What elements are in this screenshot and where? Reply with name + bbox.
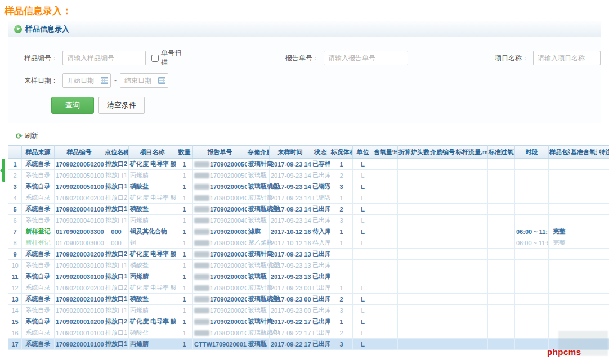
cell-oox	[488, 327, 515, 339]
cell-source: 系统自录	[22, 192, 55, 204]
table-row[interactable]: 3系统自录170902000501002排放口1磷酸盐11709020005CN…	[8, 181, 609, 192]
cell-oox	[488, 159, 515, 170]
cell-period	[515, 294, 549, 305]
cell-point: 排放口1	[104, 181, 129, 192]
panel-header: 样品信息录入	[8, 21, 601, 37]
sample-no-input[interactable]	[62, 51, 146, 65]
table-row[interactable]: 13系统自录170902000201002排放口1磷酸盐11709020002C…	[8, 294, 609, 305]
cell-pack: 完整	[549, 237, 570, 249]
refresh-link[interactable]: 刷新	[25, 131, 38, 141]
cell-n: 10	[8, 260, 22, 271]
date-end-input[interactable]	[120, 73, 168, 88]
cell-o2	[373, 260, 398, 271]
cell-flow	[455, 282, 488, 294]
table-row[interactable]: 17系统自录170902000101001排放口1丙烯腈1CTTW1709020…	[8, 339, 609, 350]
results-table-wrap: 样品来源样品编号点位名称项目名称数量报告单号存储介质来样时间状态标况体积单位含氧…	[8, 145, 601, 350]
cell-time: 2017-09-22 17:31	[270, 339, 311, 350]
cell-vol: 3	[330, 181, 353, 192]
cell-flow	[455, 316, 488, 327]
cell-time: 2017-09-23 00:24	[270, 305, 311, 316]
clear-conditions-button[interactable]: 清空条件	[98, 97, 145, 114]
censored-blur	[194, 229, 209, 235]
table-row[interactable]: 5系统自录170902000401002排放口1磷酸盐11709020004CN…	[8, 204, 609, 215]
table-row[interactable]: 2系统自录170902000501001排放口1丙烯腈11709020005CN…	[8, 170, 609, 181]
cell-time: 2017-09-23 00:24	[270, 282, 311, 294]
cell-status: 已出库	[311, 327, 330, 339]
cell-unit: L	[353, 237, 373, 249]
censored-blur	[194, 195, 209, 201]
cell-point: 排放口1	[104, 305, 129, 316]
cell-vol	[330, 271, 353, 282]
table-row[interactable]: 6系统自录170902000401001排放口1丙烯腈11709020004CN…	[8, 215, 609, 226]
cell-bo2	[570, 271, 597, 282]
cell-sample: 170902000201001	[55, 305, 104, 316]
cell-pack	[549, 294, 570, 305]
cell-oox	[488, 249, 515, 260]
cell-period	[515, 339, 549, 350]
cell-oox	[488, 339, 515, 350]
table-row[interactable]: 16系统自录170902000101002排放口1磷酸盐11709020001C…	[8, 327, 609, 339]
project-name-input[interactable]	[533, 51, 601, 65]
cell-pack	[549, 159, 570, 170]
cell-bo2	[570, 226, 597, 237]
cell-o2	[373, 316, 398, 327]
report-no-input[interactable]	[324, 51, 408, 65]
cell-sample: 170902000401002	[55, 204, 104, 215]
cell-project: 矿化度 电导率 酸度 总碱度	[129, 249, 176, 260]
cell-status: 已出库	[311, 271, 330, 282]
refresh-icon[interactable]: ⟳	[16, 132, 23, 140]
brand-logo: phpcms	[547, 347, 581, 357]
censored-blur	[194, 173, 209, 178]
sample-date-label: 来样日期：	[22, 76, 58, 86]
cell-burner	[398, 215, 429, 226]
cell-mno	[429, 282, 455, 294]
col-header-10: 标况体积	[330, 146, 353, 159]
cell-oox	[488, 170, 515, 181]
cell-n: 14	[8, 305, 22, 316]
search-button[interactable]: 查询	[51, 97, 94, 114]
cell-project: 铜	[129, 237, 176, 249]
scan-checkbox[interactable]	[151, 55, 159, 62]
table-row[interactable]: 8新样登记0170902000300001000铜11709020003CN聚乙…	[8, 237, 609, 249]
cell-medium: 玻璃瓶	[247, 215, 270, 226]
table-row[interactable]: 7新样登记0170902000330001000铜及其化合物1170902000…	[8, 226, 609, 237]
table-row[interactable]: 1系统自录170902000502001排放口2矿化度 电导率 酸度 总碱度11…	[8, 159, 609, 170]
cell-n: 8	[8, 237, 22, 249]
cell-pack	[549, 305, 570, 316]
cell-bo2	[570, 294, 597, 305]
cell-mno	[429, 294, 455, 305]
table-row[interactable]: 11系统自录170902000301001排放口1丙烯腈11709020003C…	[8, 271, 609, 282]
date-start-input[interactable]	[62, 73, 111, 88]
cell-vol: 2	[330, 170, 353, 181]
table-row[interactable]: 15系统自录170902000102001排放口2矿化度 电导率 酸度 总碱度1…	[8, 316, 609, 327]
cell-oox	[488, 204, 515, 215]
cell-point: 排放口1	[104, 294, 129, 305]
censored-blur	[194, 206, 209, 212]
cell-mno	[429, 204, 455, 215]
cell-n: 15	[8, 316, 22, 327]
cell-mno	[429, 215, 455, 226]
cell-status: 已出库	[311, 260, 330, 271]
cell-qty: 1	[176, 305, 193, 316]
table-row[interactable]: 14系统自录170902000201001排放口1丙烯腈11709020002C…	[8, 305, 609, 316]
cell-status: 已出库	[311, 316, 330, 327]
table-row[interactable]: 12系统自录170902000202001排放口2矿化度 电导率 酸度 总碱度1…	[8, 282, 609, 294]
table-row[interactable]: 9系统自录170902000302001排放口2矿化度 电导率 酸度 总碱度11…	[8, 249, 609, 260]
table-row[interactable]: 10系统自录170902000301002排放口1磷酸盐11709020003C…	[8, 260, 609, 271]
search-form: 样品编号： 单号扫描 报告单号： 项目名称： 来样日期： - 查询	[8, 37, 601, 123]
play-icon	[14, 25, 22, 33]
cell-bo2	[570, 181, 597, 192]
cell-qty: 1	[176, 170, 193, 181]
cell-status: 已出库	[311, 204, 330, 215]
cell-n: 7	[8, 226, 22, 237]
cell-source: 系统自录	[22, 327, 55, 339]
cell-point: 排放口2	[104, 282, 129, 294]
cell-oox	[488, 271, 515, 282]
cell-burner	[398, 327, 429, 339]
row-selection-indicator[interactable]	[2, 159, 5, 182]
cell-note	[597, 260, 609, 271]
table-row[interactable]: 4系统自录170902000402001排放口2矿化度 电导率 酸度 总碱度11…	[8, 192, 609, 204]
cell-burner	[398, 316, 429, 327]
cell-burner	[398, 181, 429, 192]
cell-sample: 170902000201002	[55, 294, 104, 305]
